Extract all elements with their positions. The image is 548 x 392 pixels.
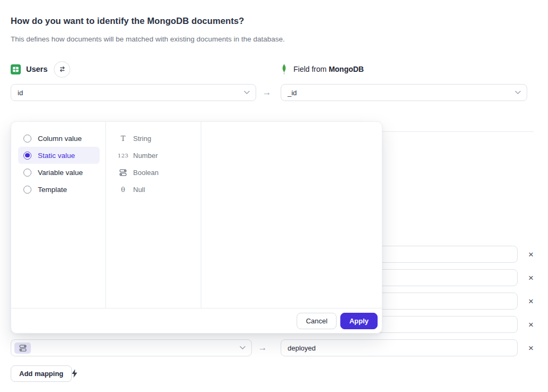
- type-label: Null: [133, 186, 145, 194]
- add-mapping-button[interactable]: Add mapping: [11, 365, 72, 382]
- option-column-value[interactable]: Column value: [18, 130, 100, 147]
- close-icon: ×: [528, 320, 534, 329]
- option-label: Template: [38, 186, 67, 194]
- arrow-right-icon: →: [256, 84, 277, 101]
- boolean-type-icon: [19, 345, 27, 352]
- type-item-number[interactable]: 123 Number: [118, 147, 201, 164]
- type-label: Boolean: [133, 169, 159, 177]
- option-template[interactable]: Template: [18, 181, 100, 198]
- radio-unselected-icon: [23, 186, 31, 194]
- remove-mapping-button[interactable]: ×: [524, 293, 538, 310]
- mapping-target-input[interactable]: [281, 339, 518, 356]
- target-field-select[interactable]: _id: [281, 84, 527, 101]
- remove-mapping-button[interactable]: ×: [524, 269, 538, 286]
- option-variable-value[interactable]: Variable value: [18, 164, 100, 181]
- swap-icon: [59, 65, 66, 73]
- source-table-header: Users: [11, 61, 70, 78]
- type-item-boolean[interactable]: Boolean: [118, 164, 201, 181]
- value-type-list: T String 123 Number Boolean θ Null: [106, 122, 201, 308]
- type-label: String: [133, 135, 151, 143]
- option-label: Static value: [38, 152, 75, 160]
- radio-unselected-icon: [23, 169, 31, 177]
- static-value-picker-modal: Column value Static value Variable value…: [11, 121, 382, 333]
- remove-mapping-button[interactable]: ×: [524, 339, 538, 356]
- page-subtitle: This defines how documents will be match…: [11, 35, 285, 43]
- mongodb-leaf-icon: [281, 64, 288, 75]
- target-field-header: Field from MongoDB: [281, 61, 364, 78]
- modal-footer: Cancel Apply: [11, 308, 382, 333]
- source-field-value: id: [18, 89, 23, 97]
- chevron-down-icon: [244, 91, 250, 95]
- remove-mapping-button[interactable]: ×: [524, 246, 538, 263]
- google-sheets-icon: [11, 64, 21, 74]
- type-item-string[interactable]: T String: [118, 130, 201, 147]
- source-table-name: Users: [26, 65, 47, 73]
- chevron-down-icon: [515, 91, 521, 95]
- identify-documents-page: How do you want to identify the MongoDB …: [0, 0, 548, 392]
- modal-body: Column value Static value Variable value…: [11, 122, 382, 308]
- close-icon: ×: [528, 297, 534, 306]
- option-static-value[interactable]: Static value: [18, 147, 100, 164]
- close-icon: ×: [528, 344, 534, 353]
- option-label: Column value: [38, 135, 82, 143]
- type-label: Number: [133, 152, 158, 160]
- swap-direction-button[interactable]: [54, 61, 70, 78]
- close-icon: ×: [528, 250, 534, 259]
- chevron-down-icon: [240, 346, 246, 350]
- target-field-value: _id: [288, 89, 297, 97]
- apply-button[interactable]: Apply: [340, 313, 378, 329]
- source-field-select[interactable]: id: [11, 84, 256, 101]
- arrow-right-icon: →: [252, 339, 273, 356]
- number-type-icon: 123: [118, 153, 128, 159]
- boolean-type-icon: [118, 169, 128, 176]
- string-type-icon: T: [118, 135, 128, 143]
- target-label-prefix: Field from: [293, 65, 326, 73]
- mapping-row: → ×: [11, 339, 539, 356]
- option-label: Variable value: [38, 169, 83, 177]
- boolean-type-chip: [14, 343, 31, 354]
- value-preview-area: [201, 122, 382, 308]
- value-source-options: Column value Static value Variable value…: [11, 122, 106, 308]
- target-field-label: Field from MongoDB: [293, 65, 364, 73]
- lightning-icon[interactable]: [71, 369, 78, 378]
- mapping-source-select[interactable]: [11, 339, 252, 356]
- target-label-name: MongoDB: [329, 65, 364, 73]
- close-icon: ×: [528, 273, 534, 282]
- cancel-button[interactable]: Cancel: [297, 313, 336, 329]
- remove-mapping-button[interactable]: ×: [524, 316, 538, 333]
- radio-unselected-icon: [23, 135, 31, 143]
- type-item-null[interactable]: θ Null: [118, 181, 201, 198]
- page-title: How do you want to identify the MongoDB …: [11, 16, 244, 26]
- null-type-icon: θ: [118, 186, 128, 194]
- radio-selected-icon: [23, 152, 31, 160]
